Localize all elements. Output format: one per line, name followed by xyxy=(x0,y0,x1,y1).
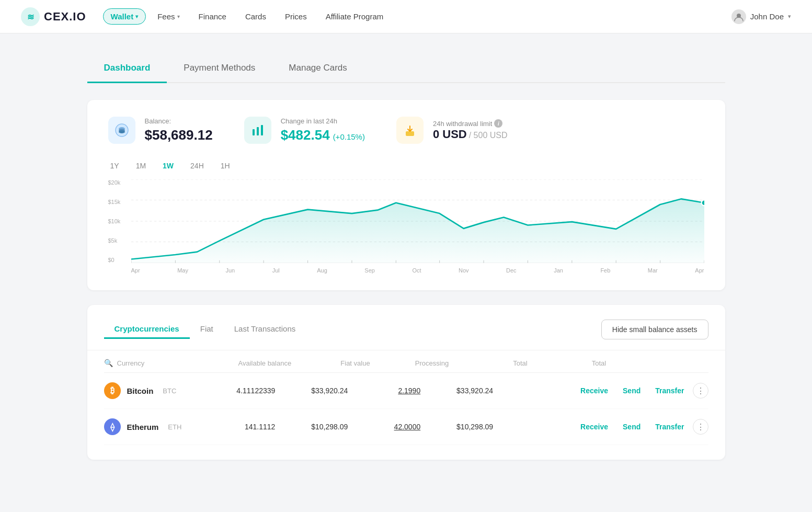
chart-x-label: Aug xyxy=(317,267,327,274)
eth-name: Etherum xyxy=(127,423,159,431)
svg-text:≋: ≋ xyxy=(27,13,34,21)
chevron-down-icon: ▾ xyxy=(788,13,791,20)
nav-links: Wallet ▾ Fees ▾ Finance Cards Prices Aff… xyxy=(103,8,731,25)
chart-y-label: $0 xyxy=(108,257,129,263)
svg-point-30 xyxy=(701,200,704,206)
tab-fiat[interactable]: Fiat xyxy=(190,320,224,339)
time-filter-24h[interactable]: 24H xyxy=(188,161,206,171)
col-header-total2: Total xyxy=(536,359,615,367)
assets-table: 🔍 Currency Available balance Fiat value … xyxy=(87,350,725,445)
btc-actions: Receive Send Transfer ⋮ xyxy=(574,383,708,399)
chart-x-label: Nov xyxy=(459,267,469,274)
chart-x-label: Mar xyxy=(648,267,658,274)
btc-name: Bitcoin xyxy=(127,386,154,395)
chart-x-labels: Apr May Jun Jul Aug Sep Oct Nov Dec Jan … xyxy=(131,267,704,274)
tab-last-transactions[interactable]: Last Transactions xyxy=(224,320,306,339)
chart-x-label: Oct xyxy=(412,267,421,274)
table-header: Cryptocurrencies Fiat Last Transactions … xyxy=(87,320,725,350)
btc-processing: 2.1990 xyxy=(356,386,429,395)
btc-fiat: $33,920.24 xyxy=(283,386,356,395)
time-filter-1h[interactable]: 1H xyxy=(219,161,232,171)
eth-processing: 42.0000 xyxy=(356,422,429,431)
eth-send-button[interactable]: Send xyxy=(616,423,647,431)
user-name: John Doe xyxy=(750,12,784,21)
nav-wallet-label: Wallet xyxy=(111,12,134,21)
balance-value: $58,689.12 xyxy=(145,127,213,143)
col-header-currency: 🔍 Currency xyxy=(104,359,221,367)
page-tabs: Dashboard Payment Methods Manage Cards xyxy=(87,54,725,83)
btc-total1: $33,920.24 xyxy=(429,386,501,395)
change-icon xyxy=(244,117,271,144)
svg-point-6 xyxy=(119,130,125,133)
btc-receive-button[interactable]: Receive xyxy=(574,386,614,395)
currency-cell-eth: ⟠ Etherum ETH xyxy=(104,418,211,435)
chart-x-label: Jul xyxy=(272,267,280,274)
time-filter-1w[interactable]: 1W xyxy=(161,161,176,171)
search-icon[interactable]: 🔍 xyxy=(104,359,113,367)
chart-x-label: Sep xyxy=(364,267,375,274)
col-header-processing: Processing xyxy=(379,359,458,367)
chart-x-label: Apr xyxy=(695,267,704,274)
user-avatar-icon xyxy=(731,9,746,24)
withdrawal-label: 24h withdrawal limit i xyxy=(433,119,508,128)
chart-svg-area xyxy=(131,179,704,263)
nav-wallet[interactable]: Wallet ▾ xyxy=(103,8,146,25)
change-pct: (+0.15%) xyxy=(333,132,365,141)
withdrawal-info: 24h withdrawal limit i 0 USD / 500 USD xyxy=(433,119,508,141)
assets-table-card: Cryptocurrencies Fiat Last Transactions … xyxy=(87,305,725,460)
btc-transfer-button[interactable]: Transfer xyxy=(649,386,690,395)
btc-more-button[interactable]: ⋮ xyxy=(693,383,708,399)
time-filter-1m[interactable]: 1M xyxy=(134,161,148,171)
nav-fees[interactable]: Fees ▾ xyxy=(150,9,187,24)
nav-cards[interactable]: Cards xyxy=(238,9,273,24)
change-label: Change in last 24h xyxy=(281,117,365,125)
chart-x-label: Jun xyxy=(225,267,235,274)
chart-y-label: $10k xyxy=(108,218,129,224)
hide-small-balance-button[interactable]: Hide small balance assets xyxy=(601,320,708,339)
nav-finance[interactable]: Finance xyxy=(191,9,234,24)
svg-rect-10 xyxy=(406,131,414,136)
navbar: ≋ CEX.IO Wallet ▾ Fees ▾ Finance Cards P… xyxy=(0,0,812,33)
tab-cryptocurrencies[interactable]: Cryptocurrencies xyxy=(104,320,190,339)
svg-rect-9 xyxy=(261,125,263,135)
nav-cards-label: Cards xyxy=(245,12,266,21)
tab-manage-cards[interactable]: Manage Cards xyxy=(272,54,364,83)
eth-ticker: ETH xyxy=(168,423,181,431)
chart-y-labels: $20k $15k $10k $5k $0 xyxy=(108,179,129,274)
nav-prices-label: Prices xyxy=(285,12,307,21)
nav-affiliate[interactable]: Affiliate Program xyxy=(318,9,391,24)
svg-rect-8 xyxy=(257,127,259,135)
chevron-down-icon: ▾ xyxy=(135,14,138,19)
table-row: ₿ Bitcoin BTC 4.11122339 $33,920.24 2.19… xyxy=(104,373,708,409)
balance-card: Balance: $58,689.12 Change in last 24h $… xyxy=(87,100,725,290)
nav-affiliate-label: Affiliate Program xyxy=(326,12,384,21)
balance-label: Balance: xyxy=(145,117,213,125)
logo-text: CEX.IO xyxy=(44,10,86,24)
change-info: Change in last 24h $482.54 (+0.15%) xyxy=(281,117,365,143)
eth-more-button[interactable]: ⋮ xyxy=(693,419,708,435)
table-column-headers: 🔍 Currency Available balance Fiat value … xyxy=(104,350,708,373)
btc-available: 4.11122339 xyxy=(211,386,283,395)
logo[interactable]: ≋ CEX.IO xyxy=(21,7,86,26)
change-section: Change in last 24h $482.54 (+0.15%) xyxy=(244,117,365,144)
user-menu[interactable]: John Doe ▾ xyxy=(731,9,791,24)
eth-receive-button[interactable]: Receive xyxy=(574,423,614,431)
tab-dashboard[interactable]: Dashboard xyxy=(87,54,167,83)
btc-send-button[interactable]: Send xyxy=(616,386,647,395)
table-tabs: Cryptocurrencies Fiat Last Transactions xyxy=(104,320,601,339)
nav-prices[interactable]: Prices xyxy=(278,9,314,24)
eth-transfer-button[interactable]: Transfer xyxy=(649,423,690,431)
svg-rect-7 xyxy=(253,129,255,135)
eth-logo: ⟠ xyxy=(104,418,121,435)
currency-cell-btc: ₿ Bitcoin BTC xyxy=(104,382,211,399)
time-filter-1y[interactable]: 1Y xyxy=(108,161,121,171)
balance-chart: $20k $15k $10k $5k $0 xyxy=(108,179,704,274)
col-header-available: Available balance xyxy=(221,359,300,367)
withdrawal-section: 24h withdrawal limit i 0 USD / 500 USD xyxy=(396,117,508,144)
chart-x-label: May xyxy=(177,267,188,274)
withdrawal-icon xyxy=(396,117,424,144)
tab-payment-methods[interactable]: Payment Methods xyxy=(167,54,272,83)
chart-x-label: Dec xyxy=(506,267,517,274)
eth-fiat: $10,298.09 xyxy=(283,422,356,431)
chart-y-label: $5k xyxy=(108,237,129,244)
